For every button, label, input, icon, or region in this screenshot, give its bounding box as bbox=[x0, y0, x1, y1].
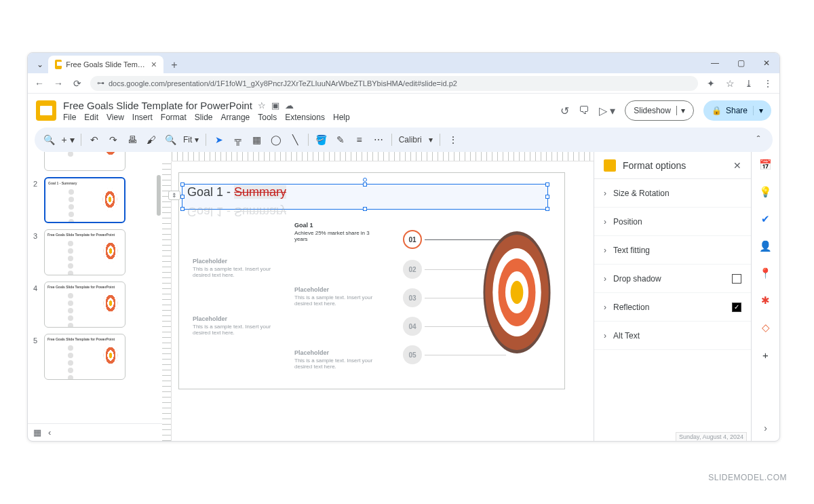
resize-handle[interactable] bbox=[545, 182, 549, 187]
history-icon[interactable]: ↺ bbox=[560, 104, 569, 117]
format-position[interactable]: ›Position bbox=[594, 208, 751, 236]
border-weight-button[interactable]: ≡ bbox=[351, 131, 368, 149]
format-text-fitting[interactable]: ›Text fitting bbox=[594, 236, 751, 265]
comments-icon[interactable]: 🗨 bbox=[579, 104, 589, 117]
slide-thumbnail[interactable]: Free Goals Slide Template for PowerPoint bbox=[44, 229, 125, 275]
menu-format[interactable]: Format bbox=[161, 113, 187, 122]
menu-file[interactable]: File bbox=[63, 113, 76, 122]
resize-handle[interactable] bbox=[180, 182, 185, 187]
format-reflection[interactable]: ›Reflection✓ bbox=[594, 293, 751, 322]
slides-logo-icon[interactable] bbox=[36, 100, 56, 121]
menu-edit[interactable]: Edit bbox=[84, 113, 98, 122]
prev-slide-button[interactable]: ‹ bbox=[48, 427, 51, 438]
calendar-icon[interactable]: 📅 bbox=[758, 157, 773, 172]
close-tab-icon[interactable]: × bbox=[151, 59, 157, 70]
minimize-button[interactable]: — bbox=[702, 53, 728, 73]
collapse-rail-icon[interactable]: › bbox=[758, 421, 773, 435]
border-dash-button[interactable]: ⋯ bbox=[370, 131, 387, 149]
menu-help[interactable]: Help bbox=[333, 113, 350, 122]
format-alt-text[interactable]: ›Alt Text bbox=[594, 322, 751, 350]
gemini-icon[interactable]: ✦ bbox=[705, 78, 717, 89]
slide-thumbnail-active[interactable]: Goal 1 - Summary bbox=[44, 177, 125, 223]
fill-color-button[interactable]: 🪣 bbox=[313, 131, 330, 149]
reflection-checkbox[interactable]: ✓ bbox=[732, 303, 741, 312]
share-dropdown-icon[interactable]: ▾ bbox=[753, 106, 769, 115]
resize-handle[interactable] bbox=[363, 207, 367, 211]
zoom-icon[interactable]: 🔍 bbox=[161, 131, 179, 149]
slide-title-text[interactable]: Goal 1 - Summary bbox=[187, 185, 286, 199]
meet-icon[interactable]: ▷ ▾ bbox=[599, 104, 615, 117]
zoom-select[interactable]: Fit ▾ bbox=[180, 135, 201, 144]
format-drop-shadow[interactable]: ›Drop shadow bbox=[594, 265, 751, 293]
grid-view-button[interactable]: ▦ bbox=[33, 427, 41, 438]
border-color-button[interactable]: ✎ bbox=[332, 131, 349, 149]
slide-thumbnail[interactable] bbox=[44, 152, 125, 171]
slideshow-dropdown-icon[interactable]: ▾ bbox=[676, 106, 685, 115]
slide-thumbnail[interactable]: Free Goals Slide Template for PowerPoint bbox=[44, 282, 125, 328]
collapse-toolbar-icon[interactable]: ˆ bbox=[750, 131, 767, 149]
more-tools-button[interactable]: ⋮ bbox=[444, 131, 462, 149]
new-tab-button[interactable]: + bbox=[166, 57, 182, 73]
maximize-button[interactable]: ▢ bbox=[728, 53, 754, 73]
move-folder-icon[interactable]: ▣ bbox=[271, 100, 279, 111]
bookmark-icon[interactable]: ☆ bbox=[724, 78, 736, 89]
close-panel-button[interactable]: ✕ bbox=[733, 160, 741, 171]
watermark: SLIDEMODEL.COM bbox=[708, 473, 787, 482]
print-button[interactable]: 🖶 bbox=[123, 131, 141, 149]
paint-format-button[interactable]: 🖌 bbox=[142, 131, 160, 149]
image-tool[interactable]: ▦ bbox=[248, 131, 266, 149]
undo-button[interactable]: ↶ bbox=[85, 131, 103, 149]
tasks-icon[interactable]: ✔ bbox=[758, 212, 773, 227]
shape-tool[interactable]: ◯ bbox=[267, 131, 285, 149]
menu-extensions[interactable]: Extensions bbox=[285, 113, 325, 122]
menu-slide[interactable]: Slide bbox=[195, 113, 213, 122]
resize-handle[interactable] bbox=[545, 207, 549, 211]
tab-search-icon[interactable]: ⌄ bbox=[32, 56, 48, 73]
menu-view[interactable]: View bbox=[106, 113, 124, 122]
browser-tab[interactable]: Free Goals Slide Template for P... × bbox=[48, 56, 163, 73]
menu-arrange[interactable]: Arrange bbox=[221, 113, 250, 122]
forward-button[interactable]: → bbox=[52, 78, 64, 89]
addon-icon-2[interactable]: ◇ bbox=[758, 320, 773, 335]
resize-handle[interactable] bbox=[180, 195, 185, 199]
redo-button[interactable]: ↷ bbox=[104, 131, 122, 149]
placeholder-block: PlaceholderThis is a sample text. Insert… bbox=[294, 286, 376, 307]
addon-icon[interactable]: ✱ bbox=[758, 293, 773, 308]
close-window-button[interactable]: ✕ bbox=[754, 53, 779, 73]
star-icon[interactable]: ☆ bbox=[258, 100, 266, 111]
site-info-icon[interactable]: ⊶ bbox=[97, 79, 104, 88]
document-title[interactable]: Free Goals Slide Template for PowerPoint bbox=[63, 100, 252, 111]
resize-handle[interactable] bbox=[180, 207, 185, 211]
font-select[interactable]: Calibri ▾ bbox=[396, 135, 435, 144]
maps-icon[interactable]: 📍 bbox=[758, 266, 773, 281]
select-tool[interactable]: ➤ bbox=[210, 131, 228, 149]
reload-button[interactable]: ⟳ bbox=[71, 78, 83, 89]
text-move-handle-icon[interactable]: ⇕ bbox=[168, 191, 180, 200]
get-addons-button[interactable]: + bbox=[758, 347, 773, 362]
search-menus-icon[interactable]: 🔍 bbox=[40, 131, 58, 149]
download-icon[interactable]: ⤓ bbox=[743, 78, 755, 89]
slideshow-button[interactable]: Slideshow ▾ bbox=[625, 100, 694, 121]
rotate-handle[interactable] bbox=[363, 178, 367, 182]
contacts-icon[interactable]: 👤 bbox=[758, 239, 773, 254]
format-size-rotation[interactable]: ›Size & Rotation bbox=[594, 179, 751, 208]
drop-shadow-checkbox[interactable] bbox=[732, 274, 741, 284]
resize-handle[interactable] bbox=[545, 195, 549, 199]
window-controls: — ▢ ✕ bbox=[702, 53, 779, 73]
address-bar[interactable]: ⊶ docs.google.com/presentation/d/1F1foW1… bbox=[90, 76, 698, 91]
back-button[interactable]: ← bbox=[33, 78, 45, 89]
slide-thumbnail[interactable]: Free Goals Slide Template for PowerPoint bbox=[44, 334, 125, 380]
cloud-status-icon[interactable]: ☁ bbox=[285, 100, 294, 111]
menu-tools[interactable]: Tools bbox=[258, 113, 277, 122]
keep-icon[interactable]: 💡 bbox=[758, 185, 773, 199]
thumbnail-scrollbar[interactable] bbox=[157, 155, 161, 414]
textbox-tool[interactable]: ╦ bbox=[229, 131, 247, 149]
browser-menu-icon[interactable]: ⋮ bbox=[762, 78, 774, 89]
canvas-area[interactable]: ⇕ Goal 1 - Summary Goal 1 bbox=[162, 152, 594, 441]
new-slide-button[interactable]: + ▾ bbox=[59, 131, 77, 149]
line-tool[interactable]: ╲ bbox=[286, 131, 304, 149]
share-button[interactable]: 🔒 Share ▾ bbox=[703, 100, 771, 121]
resize-handle[interactable] bbox=[363, 182, 367, 187]
slide-canvas[interactable]: ⇕ Goal 1 - Summary Goal 1 bbox=[178, 172, 565, 389]
menu-insert[interactable]: Insert bbox=[132, 113, 153, 122]
